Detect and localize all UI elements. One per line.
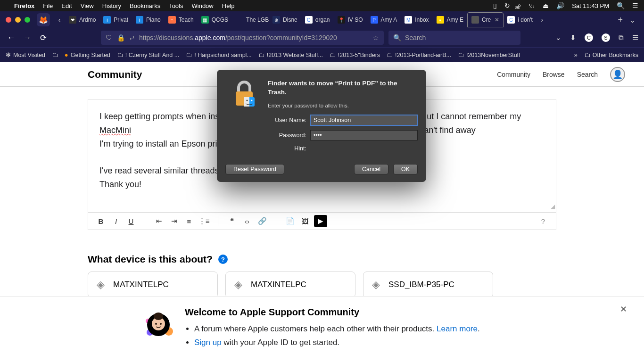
bookmark-most-visited[interactable]: ✻Most Visited	[6, 51, 45, 58]
bookmark-czerny[interactable]: 🗀! Czerny Stuff And ...	[117, 51, 179, 58]
tab-3[interactable]: ≡Teach	[165, 12, 198, 27]
tab-6[interactable]: ⊕Disne	[269, 12, 301, 27]
ok-button[interactable]: OK	[393, 164, 418, 174]
tab-strip: 🦊 ‹ ❤ArdmoiPrivatiPiano≡Teach▦QCGSThe LG…	[0, 11, 644, 28]
tab-2[interactable]: iPiano	[132, 12, 165, 27]
outdent-button[interactable]: ⇤	[153, 215, 165, 227]
menu-edit[interactable]: Edit	[61, 2, 72, 9]
search-bar[interactable]: 🔍 Search	[388, 31, 520, 45]
device-card-0[interactable]: ◈MATXINTELPC	[88, 272, 218, 298]
extensions-icon[interactable]: ⧉	[619, 33, 624, 42]
new-tab-button[interactable]: +	[618, 15, 623, 25]
extension-icon-2[interactable]: S	[602, 33, 610, 42]
menu-history[interactable]: History	[102, 2, 121, 9]
tab-8[interactable]: 📍IV SO	[334, 12, 367, 27]
sign-up-link[interactable]: Sign up	[194, 338, 222, 347]
tab-scroll-right[interactable]: ›	[537, 16, 547, 24]
tab-scroll-left[interactable]: ‹	[55, 16, 64, 24]
other-bookmarks[interactable]: 🗀Other Bookmarks	[584, 51, 638, 58]
back-button[interactable]: ←	[6, 33, 17, 42]
app-menu-icon[interactable]: ☰	[632, 33, 638, 42]
window-minimize[interactable]	[15, 17, 21, 23]
help-badge-icon[interactable]: ?	[218, 255, 228, 264]
downloads-icon[interactable]: ⬇	[570, 33, 576, 42]
eject-icon[interactable]: ⏏	[543, 2, 549, 9]
control-center-icon[interactable]: ☰	[632, 2, 638, 9]
device-card-2[interactable]: ◈SSD_IBM-P35-PC	[363, 272, 493, 298]
bookmark-2013-website[interactable]: 🗀!2013 Website Stuff...	[258, 51, 323, 58]
bold-button[interactable]: B	[95, 215, 107, 227]
resize-handle-icon[interactable]: ◢	[551, 202, 555, 211]
tab-close[interactable]: ✕	[495, 16, 499, 23]
attach-button[interactable]: 📄	[284, 215, 296, 227]
unordered-list-button[interactable]: ⋮≡	[198, 215, 210, 227]
tab-11[interactable]: ▪Amy E	[433, 12, 467, 27]
code-button[interactable]: ‹›	[241, 215, 253, 227]
menu-tools[interactable]: Tools	[169, 2, 183, 9]
reload-button[interactable]: ⟳	[38, 33, 49, 43]
image-button[interactable]: 🖼	[299, 215, 311, 227]
firefox-home-button[interactable]: 🦊	[37, 13, 50, 26]
user-avatar[interactable]: 👤	[610, 67, 625, 82]
tab-10[interactable]: MInbox	[401, 12, 432, 27]
editor-help-button[interactable]: ?	[537, 215, 549, 227]
nav-browse[interactable]: Browse	[543, 71, 565, 78]
device-card-1[interactable]: ◈MATXINTELPC	[225, 272, 355, 298]
quote-button[interactable]: ❝	[226, 215, 238, 227]
tab-0[interactable]: ❤Ardmo	[65, 12, 99, 27]
volume-icon[interactable]: 🔊	[556, 2, 564, 9]
tab-13[interactable]: Gi don't	[504, 12, 537, 27]
bookmark-2013-binders[interactable]: 🗀!2013-5"Binders	[330, 51, 380, 58]
menu-file[interactable]: File	[43, 2, 53, 9]
nav-community[interactable]: Community	[497, 71, 530, 78]
cancel-button[interactable]: Cancel	[354, 164, 388, 174]
pocket-icon[interactable]: ⌄	[555, 33, 561, 42]
reset-password-button[interactable]: Reset Password	[225, 164, 284, 174]
video-button[interactable]: ▶	[314, 215, 327, 227]
tab-label: Piano	[146, 16, 161, 23]
window-close[interactable]	[6, 17, 11, 23]
window-zoom[interactable]	[25, 17, 30, 23]
menu-window[interactable]: Window	[192, 2, 214, 9]
extension-icon-1[interactable]: C	[585, 33, 593, 42]
bookmark-2013-november[interactable]: 🗀!2013NovemberStuff	[458, 51, 520, 58]
ordered-list-button[interactable]: ≡	[183, 215, 195, 227]
tab-4[interactable]: ▦QCGS	[198, 12, 232, 27]
menu-view[interactable]: View	[81, 2, 94, 9]
list-tabs-button[interactable]: ⌄	[629, 16, 636, 25]
bluetooth-icon[interactable]: ࿆	[518, 2, 521, 9]
password-input[interactable]	[310, 130, 418, 140]
bookmarks-overflow[interactable]: »	[574, 52, 578, 58]
nav-search[interactable]: Search	[577, 71, 598, 78]
welcome-close-button[interactable]: ✕	[620, 304, 627, 314]
app-name[interactable]: Firefox	[14, 2, 34, 9]
menu-help[interactable]: Help	[222, 2, 235, 9]
italic-button[interactable]: I	[110, 215, 122, 227]
bookmark-2013-portland[interactable]: 🗀!2013-Portland-airB...	[387, 51, 451, 58]
tab-7[interactable]: Gorgan	[301, 12, 334, 27]
permissions-icon[interactable]: ⇄	[130, 34, 134, 41]
lock-icon[interactable]: 🔒	[117, 34, 125, 41]
shield-icon[interactable]: 🛡	[106, 34, 112, 41]
tab-9[interactable]: PAmy A	[367, 12, 401, 27]
battery-icon[interactable]: ▯	[493, 2, 497, 9]
bookmark-getting-started[interactable]: ●Getting Started	[65, 51, 110, 58]
learn-more-link[interactable]: Learn more	[437, 324, 478, 333]
tab-1[interactable]: iPrivat	[99, 12, 132, 27]
menubar-clock[interactable]: Sat 11:43 PM	[572, 2, 609, 9]
menu-bookmarks[interactable]: Bookmarks	[130, 2, 160, 9]
wifi-icon[interactable]: ᯾	[528, 2, 535, 9]
tab-5[interactable]: The LGBT	[232, 12, 269, 27]
bookmark-star-icon[interactable]: ☆	[373, 34, 379, 41]
timemachine-icon[interactable]: ↻	[504, 2, 510, 9]
url-bar[interactable]: 🛡 🔒 ⇄ https://discussions.apple.com/post…	[101, 31, 384, 45]
link-button[interactable]: 🔗	[256, 215, 268, 227]
indent-button[interactable]: ⇥	[168, 215, 180, 227]
bookmark-harpsichord[interactable]: 🗀! Harpsichord sampl...	[186, 51, 252, 58]
forward-button[interactable]: →	[22, 33, 33, 42]
spotlight-icon[interactable]: 🔍	[617, 2, 625, 9]
tab-12[interactable]: Cre✕	[467, 12, 504, 27]
username-input[interactable]	[310, 115, 418, 125]
underline-button[interactable]: U	[125, 215, 137, 227]
bookmark-folder-1[interactable]: 🗀	[52, 51, 58, 58]
